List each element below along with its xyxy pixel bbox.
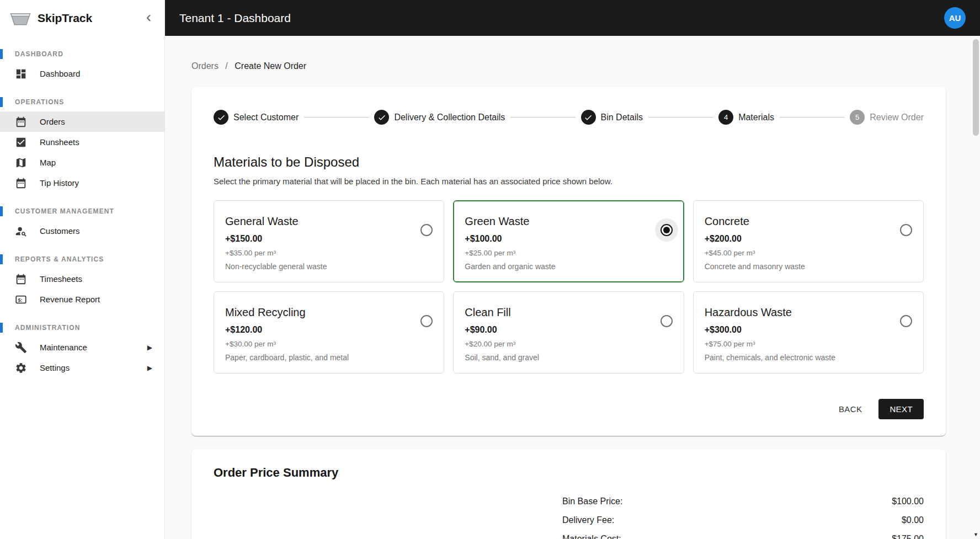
step-delivery-collection-details[interactable]: Delivery & Collection Details: [374, 110, 505, 125]
breadcrumb: Orders / Create New Order: [191, 61, 946, 71]
expand-arrow-icon: ▶: [147, 344, 152, 351]
order-wizard-card: Select Customer Delivery & Collection De…: [191, 87, 946, 436]
map-icon: [15, 157, 27, 169]
scroll-down-arrow-icon[interactable]: ▼: [972, 530, 980, 538]
nav-label: Settings: [40, 363, 70, 372]
material-price: +$300.00: [705, 325, 912, 335]
nav-label: Timesheets: [40, 274, 82, 284]
topbar: Tenant 1 - Dashboard AU: [165, 0, 980, 36]
sidebar-item-maintenance[interactable]: Maintenance ▶: [0, 337, 164, 357]
material-description: Non-recyclable general waste: [225, 262, 433, 271]
materials-heading: Materials to be Disposed: [214, 154, 924, 170]
radio-unchecked-icon[interactable]: [900, 224, 912, 236]
skip-bin-logo-icon: [9, 9, 32, 27]
material-price: +$120.00: [225, 325, 433, 335]
radio-checked-icon[interactable]: [661, 224, 673, 236]
step-check-icon: [214, 110, 228, 125]
material-rate: +$25.00 per m³: [465, 249, 672, 257]
step-bin-details[interactable]: Bin Details: [581, 110, 643, 125]
sidebar-item-map[interactable]: Map: [0, 152, 164, 173]
material-card-clean-fill[interactable]: Clean Fill +$90.00 +$20.00 per m³ Soil, …: [453, 291, 684, 373]
back-button[interactable]: BACK: [833, 399, 867, 419]
radio-unchecked-icon[interactable]: [900, 315, 912, 327]
step-label: Select Customer: [233, 113, 299, 122]
scrollbar-thumb[interactable]: [973, 39, 979, 136]
sidebar-section-dashboard: DASHBOARD: [0, 49, 164, 59]
sidebar-section-reports-analytics: REPORTS & ANALYTICS: [0, 254, 164, 264]
material-title: Green Waste: [465, 215, 672, 228]
calendar-icon: [15, 116, 27, 128]
step-number: 4: [718, 110, 733, 125]
sidebar-item-tip-history[interactable]: Tip History: [0, 173, 164, 193]
step-connector: [648, 117, 713, 118]
material-description: Soil, sand, and gravel: [465, 353, 672, 362]
sidebar-item-settings[interactable]: Settings ▶: [0, 357, 164, 378]
summary-row-label: Materials Cost:: [562, 534, 621, 539]
svg-text:$:: $:: [18, 297, 23, 302]
content-area: Orders / Create New Order Select Custome…: [165, 36, 980, 539]
brand-name: SkipTrack: [38, 12, 142, 25]
main-column: Tenant 1 - Dashboard AU Orders / Create …: [165, 0, 980, 539]
nav-label: Dashboard: [40, 69, 80, 78]
section-label-text: DASHBOARD: [15, 50, 63, 58]
section-accent-bar: [0, 323, 3, 333]
material-rate: +$35.00 per m³: [225, 249, 433, 257]
summary-row-bin-base-price: Bin Base Price: $100.00: [562, 497, 924, 506]
step-label: Delivery & Collection Details: [394, 113, 505, 122]
material-card-mixed-recycling[interactable]: Mixed Recycling +$120.00 +$30.00 per m³ …: [214, 291, 444, 373]
sidebar-item-orders[interactable]: Orders: [0, 111, 164, 132]
summary-row-value: $100.00: [892, 497, 924, 506]
material-title: Mixed Recycling: [225, 306, 433, 319]
material-price: +$100.00: [465, 234, 672, 244]
step-number: 5: [850, 110, 865, 125]
material-rate: +$30.00 per m³: [225, 340, 433, 348]
breadcrumb-orders-link[interactable]: Orders: [191, 61, 219, 71]
material-description: Garden and organic waste: [465, 262, 672, 271]
section-label-text: OPERATIONS: [15, 98, 64, 106]
step-check-icon: [581, 110, 596, 125]
user-avatar[interactable]: AU: [944, 7, 966, 29]
sidebar-item-runsheets[interactable]: Runsheets: [0, 132, 164, 152]
material-title: Clean Fill: [465, 306, 672, 319]
page-title: Tenant 1 - Dashboard: [179, 12, 291, 25]
material-card-concrete[interactable]: Concrete +$200.00 +$45.00 per m³ Concret…: [693, 200, 924, 282]
summary-row-materials-cost: Materials Cost: $175.00: [562, 534, 924, 539]
summary-row-delivery-fee: Delivery Fee: $0.00: [562, 515, 924, 525]
step-review-order[interactable]: 5 Review Order: [850, 110, 924, 125]
sidebar-item-customers[interactable]: Customers: [0, 221, 164, 241]
material-card-hazardous-waste[interactable]: Hazardous Waste +$300.00 +$75.00 per m³ …: [693, 291, 924, 373]
step-check-icon: [374, 110, 389, 125]
material-title: Hazardous Waste: [705, 306, 912, 319]
sidebar-section-operations: OPERATIONS: [0, 97, 164, 107]
material-description: Concrete and masonry waste: [705, 262, 912, 271]
sidebar-item-dashboard[interactable]: Dashboard: [0, 63, 164, 84]
nav-label: Revenue Report: [40, 295, 100, 304]
step-connector: [510, 117, 575, 118]
sidebar-item-timesheets[interactable]: Timesheets: [0, 269, 164, 289]
money-icon: $:: [15, 293, 27, 306]
sidebar-collapse-button[interactable]: ‹: [142, 9, 156, 27]
radio-unchecked-icon[interactable]: [661, 315, 673, 327]
section-accent-bar: [0, 206, 3, 216]
material-card-green-waste[interactable]: Green Waste +$100.00 +$25.00 per m³ Gard…: [453, 200, 684, 282]
person-search-icon: [15, 225, 27, 237]
nav-label: Map: [40, 158, 56, 167]
material-card-general-waste[interactable]: General Waste +$150.00 +$35.00 per m³ No…: [214, 200, 444, 282]
wrench-icon: [15, 341, 27, 354]
step-select-customer[interactable]: Select Customer: [214, 110, 299, 125]
next-button[interactable]: NEXT: [878, 399, 924, 419]
nav-label: Customers: [40, 226, 80, 236]
vertical-scrollbar[interactable]: ▼: [972, 36, 980, 539]
step-materials[interactable]: 4 Materials: [718, 110, 774, 125]
summary-row-value: $0.00: [902, 515, 924, 525]
wizard-actions: BACK NEXT: [214, 399, 924, 419]
step-label: Materials: [738, 113, 774, 122]
stepper: Select Customer Delivery & Collection De…: [214, 110, 924, 125]
material-price: +$200.00: [705, 234, 912, 244]
summary-row-label: Bin Base Price:: [562, 497, 622, 506]
step-label: Bin Details: [601, 113, 643, 122]
calendar-icon: [15, 177, 27, 189]
section-label-text: REPORTS & ANALYTICS: [15, 255, 104, 263]
section-accent-bar: [0, 97, 3, 107]
sidebar-item-revenue-report[interactable]: $: Revenue Report: [0, 289, 164, 309]
